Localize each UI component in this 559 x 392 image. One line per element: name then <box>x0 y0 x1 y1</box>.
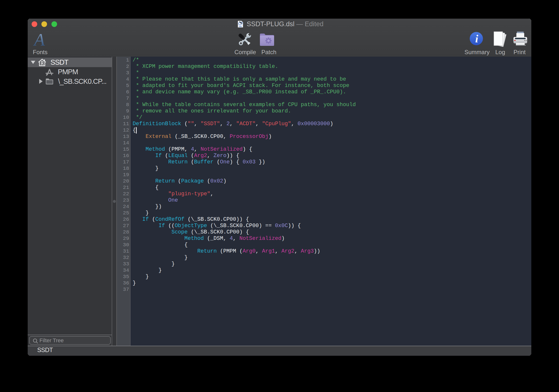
svg-text:A: A <box>33 34 45 48</box>
svg-text:DSL: DSL <box>239 25 242 27</box>
svg-text:i: i <box>475 33 478 45</box>
